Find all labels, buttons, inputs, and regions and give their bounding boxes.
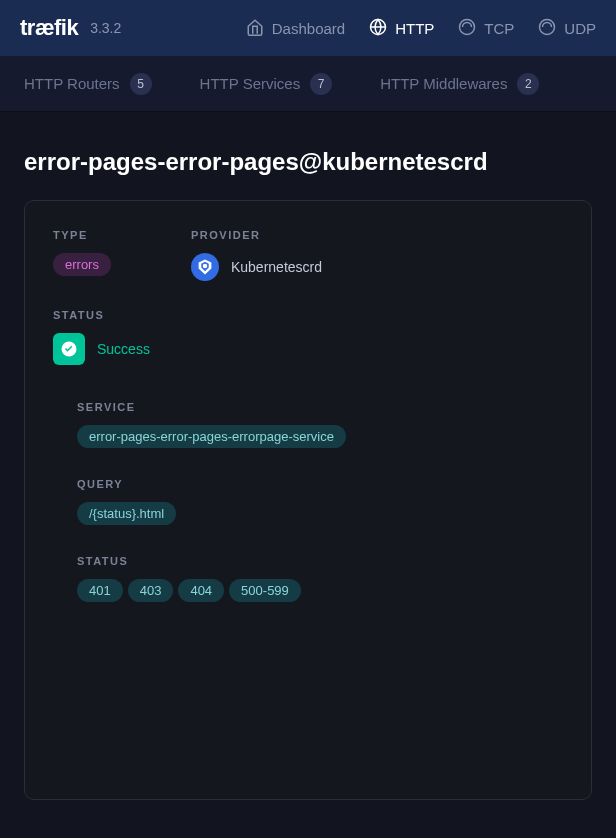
status-codes-list: 401403404500-599 xyxy=(77,579,563,606)
query-field: QUERY /{status}.html xyxy=(77,478,563,529)
page-content: error-pages-error-pages@kubernetescrd TY… xyxy=(0,112,616,824)
globe-icon xyxy=(369,18,387,39)
home-icon xyxy=(246,18,264,39)
field-label: SERVICE xyxy=(77,401,563,413)
field-label: QUERY xyxy=(77,478,563,490)
version: 3.3.2 xyxy=(90,20,121,36)
count-badge: 7 xyxy=(310,73,332,95)
nav-http[interactable]: HTTP xyxy=(369,18,434,39)
status-code-chip: 404 xyxy=(178,579,224,602)
kubernetes-icon xyxy=(191,253,219,281)
type-chip: errors xyxy=(53,253,111,276)
sub-nav: HTTP Routers 5 HTTP Services 7 HTTP Midd… xyxy=(0,56,616,112)
network-icon xyxy=(458,18,476,39)
nav-dashboard[interactable]: Dashboard xyxy=(246,18,345,39)
status-field: STATUS Success xyxy=(53,309,563,365)
status-code-chip: 401 xyxy=(77,579,123,602)
status-code-chip: 403 xyxy=(128,579,174,602)
query-chip: /{status}.html xyxy=(77,502,176,525)
service-chip[interactable]: error-pages-error-pages-errorpage-servic… xyxy=(77,425,346,448)
status-text: Success xyxy=(97,341,150,357)
field-label: STATUS xyxy=(53,309,563,321)
subnav-middlewares[interactable]: HTTP Middlewares 2 xyxy=(380,73,539,95)
nav-label: TCP xyxy=(484,20,514,37)
network-icon xyxy=(538,18,556,39)
field-label: STATUS xyxy=(77,555,563,567)
subnav-routers[interactable]: HTTP Routers 5 xyxy=(24,73,152,95)
nav-label: UDP xyxy=(564,20,596,37)
type-field: TYPE errors xyxy=(53,229,111,281)
field-label: TYPE xyxy=(53,229,111,241)
check-circle-icon xyxy=(53,333,85,365)
provider-name: Kubernetescrd xyxy=(231,259,322,275)
nav-label: Dashboard xyxy=(272,20,345,37)
nav-udp[interactable]: UDP xyxy=(538,18,596,39)
nav-label: HTTP xyxy=(395,20,434,37)
subnav-label: HTTP Routers xyxy=(24,75,120,92)
status-codes-field: STATUS 401403404500-599 xyxy=(77,555,563,606)
provider-field: PROVIDER Kubernetescrd xyxy=(191,229,322,281)
page-title: error-pages-error-pages@kubernetescrd xyxy=(24,148,592,176)
subnav-label: HTTP Middlewares xyxy=(380,75,507,92)
service-field: SERVICE error-pages-error-pages-errorpag… xyxy=(77,401,563,452)
middleware-card: TYPE errors PROVIDER Kubernetescrd STATU… xyxy=(24,200,592,800)
top-nav: træfik 3.3.2 Dashboard HTTP TCP UDP xyxy=(0,0,616,56)
count-badge: 2 xyxy=(517,73,539,95)
subnav-label: HTTP Services xyxy=(200,75,301,92)
field-label: PROVIDER xyxy=(191,229,322,241)
logo[interactable]: træfik xyxy=(20,15,78,41)
count-badge: 5 xyxy=(130,73,152,95)
nav-tcp[interactable]: TCP xyxy=(458,18,514,39)
subnav-services[interactable]: HTTP Services 7 xyxy=(200,73,333,95)
status-code-chip: 500-599 xyxy=(229,579,301,602)
